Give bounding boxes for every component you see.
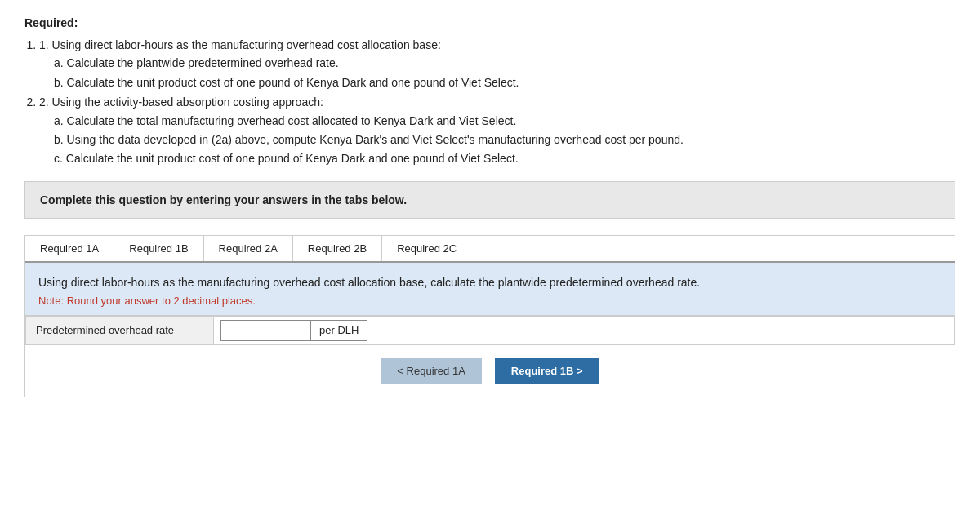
instruction-2c: c. Calculate the unit product cost of on… — [54, 149, 956, 167]
tabs-header: Required 1A Required 1B Required 2A Requ… — [25, 236, 955, 263]
navigation-row: < Required 1A Required 1B > — [25, 345, 955, 397]
instruction-2b: b. Using the data developed in (2a) abov… — [54, 131, 956, 149]
per-dlh-label: per DLH — [310, 320, 368, 341]
instruction-1a: a. Calculate the plantwide predetermined… — [54, 54, 956, 72]
page-wrapper: Required: 1. Using direct labor-hours as… — [24, 16, 956, 397]
tab-required-2a[interactable]: Required 2A — [204, 236, 293, 261]
tab-required-2b[interactable]: Required 2B — [293, 236, 382, 261]
instruction-1b: b. Calculate the unit product cost of on… — [54, 73, 956, 91]
predetermined-overhead-rate-input[interactable] — [220, 320, 310, 341]
complete-banner: Complete this question by entering your … — [24, 181, 956, 219]
instruction-2: 2. Using the activity-based absorption c… — [39, 93, 956, 168]
input-value-cell: per DLH — [214, 317, 374, 344]
instructions-block: 1. Using direct labor-hours as the manuf… — [24, 36, 956, 168]
instruction-1: 1. Using direct labor-hours as the manuf… — [39, 36, 956, 91]
tab-required-2c[interactable]: Required 2C — [382, 236, 471, 261]
next-button[interactable]: Required 1B > — [495, 358, 599, 384]
tab-content-note: Note: Round your answer to 2 decimal pla… — [38, 295, 942, 307]
tab-content-area: Using direct labor-hours as the manufact… — [25, 263, 955, 316]
input-row: Predetermined overhead rate per DLH — [25, 316, 955, 345]
tabs-outer-container: Required 1A Required 1B Required 2A Requ… — [24, 235, 956, 397]
tab-content-description: Using direct labor-hours as the manufact… — [38, 274, 942, 291]
prev-button[interactable]: < Required 1A — [381, 358, 481, 384]
instruction-2a: a. Calculate the total manufacturing ove… — [54, 112, 956, 130]
tab-required-1a[interactable]: Required 1A — [25, 236, 114, 261]
required-heading: Required: — [24, 16, 956, 29]
tab-required-1b[interactable]: Required 1B — [114, 236, 203, 261]
input-label: Predetermined overhead rate — [26, 317, 214, 344]
